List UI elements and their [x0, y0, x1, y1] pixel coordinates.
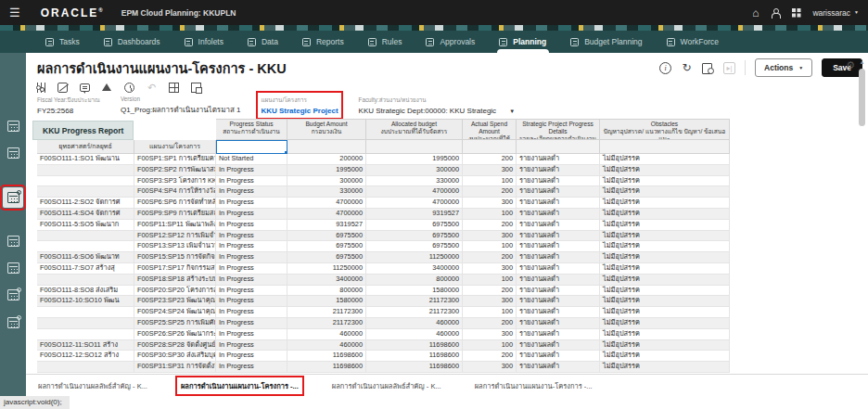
cell-obstacles[interactable]: ไม่มีอุปสรรค — [600, 209, 730, 220]
cell-status[interactable]: In Progress — [216, 209, 287, 220]
cell-details[interactable]: รายงานผลดำ — [517, 209, 600, 220]
cell-strategy[interactable] — [37, 318, 134, 329]
column-header-4[interactable]: Actual Spend Amountงบประมาณที่ใช้ — [463, 119, 517, 140]
cell-program[interactable]: F00SP18:SP18 สร้างระบบ — [134, 275, 216, 286]
cell-status[interactable]: In Progress — [216, 263, 287, 275]
sidebar-item-4[interactable] — [3, 231, 23, 251]
cell-budget[interactable]: 9319527 — [287, 220, 366, 231]
cell-budget[interactable]: 11698600 — [287, 362, 366, 373]
cell-details[interactable]: รายงานผลดำ — [517, 231, 600, 242]
cell-actual[interactable]: 300 — [463, 231, 517, 242]
cell-budget[interactable]: 11698600 — [287, 351, 366, 362]
cell-status[interactable]: In Progress — [216, 176, 287, 187]
cell-details[interactable]: รายงานผลดำ — [517, 275, 600, 286]
sort-icon[interactable] — [102, 83, 112, 93]
hamburger-menu-icon[interactable]: ☰ — [9, 6, 20, 19]
cell-strategy[interactable] — [37, 186, 134, 198]
column-header-strategy[interactable]: ยุทธศาสตร์/กลยุทธ์ — [37, 140, 134, 154]
cell-strategy[interactable]: F00SO112-11:SO11 สร้าง — [37, 340, 134, 351]
cell-actual[interactable]: 100 — [463, 241, 517, 252]
cell-program[interactable]: F00SP24:SP24 พัฒนาคุณ — [134, 307, 216, 318]
cell-program[interactable]: F00SP20:SP20 โครงการส่ — [134, 286, 216, 297]
cell-details[interactable]: รายงานผลดำ — [517, 186, 600, 198]
cell-budget[interactable]: 6975500 — [287, 252, 366, 263]
cell-allocated[interactable]: 6975500 — [366, 231, 463, 242]
cell-actual[interactable]: 200 — [463, 154, 517, 165]
cell-actual[interactable]: 300 — [463, 165, 517, 176]
cell-actual[interactable]: 300 — [463, 198, 517, 209]
cell-program[interactable]: F00SP15:SP15 การจัดกิจก — [134, 252, 216, 263]
cell-strategy[interactable] — [37, 329, 134, 340]
cell-obstacles[interactable]: ไม่มีอุปสรรค — [600, 263, 730, 275]
sidebar-item-3[interactable] — [3, 187, 23, 208]
cell-details[interactable]: รายงานผลดำ — [517, 241, 600, 252]
cell-strategy[interactable]: F00SO111-4:SO4 จัดการศ — [37, 209, 134, 220]
pov-item-2[interactable]: VersionQ1_Prog:ผลการดำเนินงานไตรมาส 1 — [121, 96, 241, 116]
cell-allocated[interactable]: 1995000 — [366, 154, 463, 165]
cell-budget[interactable]: 800000 — [287, 286, 366, 297]
cell-actual[interactable]: 100 — [463, 340, 517, 351]
cell-budget[interactable]: 1580000 — [287, 296, 366, 307]
cell-strategy[interactable] — [37, 362, 134, 373]
nav-tab-planning[interactable]: Planning — [487, 31, 558, 53]
pov-item-3[interactable]: แผนงาน/โครงการKKU Strategic Project — [261, 96, 338, 115]
cell-budget[interactable]: 11250000 — [287, 263, 366, 275]
cell-budget[interactable]: 1995000 — [287, 165, 366, 176]
cell-strategy[interactable] — [37, 241, 134, 252]
cell-status[interactable]: In Progress — [216, 329, 287, 340]
cell-strategy[interactable]: F00SO112-10:SO10 พัฒน — [37, 296, 134, 307]
cell-details[interactable]: รายงานผลดำ — [517, 198, 600, 209]
bottom-tab-4[interactable]: ผลการดำเนินงานแผนงาน-โครงการ -... — [472, 378, 595, 393]
cell-obstacles[interactable]: ไม่มีอุปสรรค — [600, 286, 730, 297]
cell-obstacles[interactable]: ไม่มีอุปสรรค — [600, 252, 730, 263]
cell-obstacles[interactable]: ไม่มีอุปสรรค — [600, 154, 730, 165]
cell-program[interactable]: F00SP3:SP3 โครงการ KKU — [134, 176, 216, 187]
cell-strategy[interactable] — [37, 176, 134, 187]
cell-actual[interactable]: 300 — [463, 263, 517, 275]
cell-status[interactable]: In Progress — [216, 296, 287, 307]
sidebar-item-6[interactable] — [3, 285, 23, 305]
cell-program[interactable]: F00SP17:SP17 กิจกรรมสร้ — [134, 263, 216, 275]
cell-program[interactable]: F00SP26:SP26 พัฒนากระบ — [134, 329, 216, 340]
column-header-1[interactable]: Progress Statusสถานะการดำเนินงาน — [216, 119, 287, 140]
cell-budget[interactable]: 200000 — [287, 154, 366, 165]
cell-details[interactable]: รายงานผลดำ — [517, 220, 600, 231]
cell-allocated[interactable]: 300000 — [366, 165, 463, 176]
nav-tab-reports[interactable]: Reports — [290, 31, 356, 53]
cell-allocated[interactable]: 11698600 — [366, 362, 463, 373]
refresh-icon[interactable]: ↻ — [681, 62, 693, 74]
scrollbar-thumb[interactable] — [859, 69, 865, 126]
cell-budget[interactable]: 6975500 — [287, 241, 366, 252]
cell-obstacles[interactable]: ไม่มีอุปสรรค — [600, 241, 730, 252]
nav-tab-tasks[interactable]: Tasks — [33, 31, 92, 53]
grid-icon[interactable] — [169, 83, 179, 93]
cell-budget[interactable]: 21172300 — [287, 318, 366, 329]
cell-strategy[interactable] — [37, 307, 134, 318]
cell-obstacles[interactable]: ไม่มีอุปสรรค — [600, 165, 730, 176]
selected-cell[interactable] — [216, 140, 287, 154]
cell-details[interactable]: รายงานผลดำ — [517, 154, 600, 165]
cell-details[interactable]: รายงานผลดำ — [517, 307, 600, 318]
cell-allocated[interactable]: 4700000 — [366, 198, 463, 209]
history-icon[interactable] — [124, 83, 134, 93]
actions-button[interactable]: Actions▼ — [755, 58, 812, 77]
bottom-tab-2[interactable]: ผลการดำเนินงานแผนงาน-โครงการ -... — [178, 378, 301, 393]
sidebar-item-5[interactable] — [3, 258, 23, 278]
sheet-tab[interactable]: KKU Progress Report — [32, 121, 134, 140]
bottom-tab-3[interactable]: ผลการดำเนินงานผลลัพธ์สำคัญ - K... — [329, 378, 444, 393]
cell-allocated[interactable]: 21172300 — [366, 307, 463, 318]
cell-strategy[interactable]: F00SO111-1:SO1 พัฒนาน — [37, 154, 134, 165]
cell-details[interactable]: รายงานผลดำ — [517, 286, 600, 297]
cell-status[interactable]: In Progress — [216, 198, 287, 209]
cell-allocated[interactable]: 11698600 — [366, 340, 463, 351]
cell-strategy[interactable] — [37, 231, 134, 242]
cell-allocated[interactable]: 460000 — [366, 329, 463, 340]
cell-allocated[interactable]: 11250000 — [366, 252, 463, 263]
cell-obstacles[interactable]: ไม่มีอุปสรรค — [600, 176, 730, 187]
app-switcher-icon[interactable] — [792, 8, 800, 17]
cell-actual[interactable]: 100 — [463, 209, 517, 220]
cell-actual[interactable]: 300 — [463, 296, 517, 307]
cell-actual[interactable]: 200 — [463, 186, 517, 198]
cell-obstacles[interactable]: ไม่มีอุปสรรค — [600, 220, 730, 231]
info-icon[interactable]: i — [659, 62, 671, 74]
